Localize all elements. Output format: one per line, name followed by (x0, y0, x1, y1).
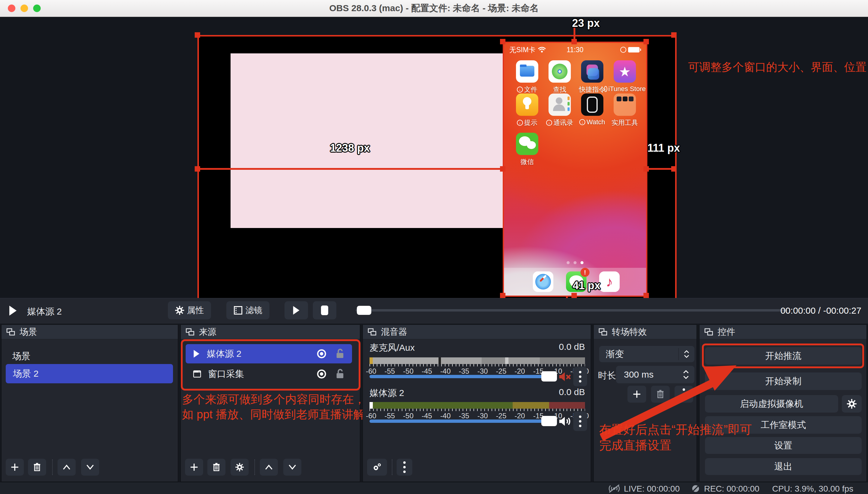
filters-button-label: 滤镜 (245, 305, 262, 316)
db-tick-label: -20 (514, 367, 525, 376)
virtual-camera-settings-button[interactable] (842, 395, 862, 413)
remove-scene-button[interactable] (28, 459, 46, 476)
canvas-handle-top-left[interactable] (195, 32, 200, 38)
app-label: 查找 (541, 85, 578, 94)
mixer-panel: 混音器 麦克风/Aux 0.0 dB -60-55-50-45-40-35-30… (362, 324, 591, 482)
panel-icon (598, 328, 608, 336)
unlock-icon[interactable] (336, 369, 344, 379)
db-tick-label: -60 (366, 367, 376, 376)
duration-spinner[interactable]: 300 ms (616, 366, 694, 383)
vertical-dots-icon (579, 415, 582, 428)
mixer-channel-header: 媒体源 2 0.0 dB (370, 387, 585, 399)
muted-speaker-icon[interactable] (558, 370, 571, 383)
visibility-eye-icon[interactable] (316, 369, 327, 379)
mixer-menu-button[interactable] (397, 459, 412, 476)
vu-meter (370, 357, 585, 364)
source-item[interactable]: x 窗口采集 (186, 365, 352, 383)
vu-meter-ticks (370, 408, 585, 411)
minimize-window-button[interactable] (20, 4, 28, 12)
media-play-button[interactable] (284, 301, 308, 319)
canvas-handle-top-right[interactable] (671, 32, 677, 38)
duration-label: 时长 (598, 369, 616, 382)
add-transition-button[interactable] (628, 386, 646, 403)
source-handle-bottom-mid[interactable] (571, 293, 577, 298)
zoom-window-button[interactable] (33, 4, 41, 12)
music-app-icon[interactable]: ♪ (599, 271, 620, 292)
source-handle-top-right[interactable] (644, 39, 649, 44)
source-handle-top-left[interactable] (500, 39, 506, 44)
properties-button[interactable]: 属性 (168, 301, 211, 319)
toolbar-separator (52, 459, 53, 475)
media-source-2-preview[interactable] (231, 53, 504, 228)
trash-icon (656, 390, 664, 398)
media-seek-track[interactable] (356, 309, 787, 311)
start-virtual-camera-button[interactable]: 启动虚拟摄像机 (705, 395, 838, 413)
contacts-app-icon[interactable] (549, 94, 571, 116)
source-handle-bottom-left[interactable] (500, 293, 506, 298)
mixer-settings-button[interactable] (367, 459, 387, 476)
add-source-button[interactable] (185, 459, 203, 476)
add-scene-button[interactable] (6, 459, 24, 476)
speaker-icon[interactable] (558, 415, 571, 428)
shortcuts-app-icon[interactable] (581, 60, 604, 83)
filters-button[interactable]: 滤镜 (226, 301, 270, 319)
db-tick-label: -40 (440, 412, 451, 420)
wechat-app-icon[interactable] (516, 133, 538, 155)
preview-area: 无SIM卡 11:30 (0, 17, 868, 298)
volume-slider-handle[interactable] (541, 371, 557, 381)
tips-app-icon[interactable] (516, 94, 538, 116)
volume-slider-track[interactable] (370, 419, 554, 423)
trash-icon (213, 463, 220, 471)
window-title: OBS 28.0.3 (mac) - 配置文件: 未命名 - 场景: 未命名 (329, 2, 538, 15)
dimension-label-bottom: 41 px (573, 279, 600, 292)
itunes-store-app-icon[interactable]: ★ (614, 60, 636, 83)
volume-slider-track[interactable] (370, 375, 554, 378)
scene-item[interactable]: 场景 (12, 348, 31, 364)
close-window-button[interactable] (8, 4, 15, 12)
spacing-line-top (574, 28, 575, 42)
gear-icon (847, 399, 856, 408)
mixer-channel-name: 媒体源 2 (370, 387, 404, 399)
utilities-folder-icon[interactable] (614, 94, 636, 116)
media-stop-button[interactable] (313, 301, 336, 319)
scenes-panel-header: 场景 (1, 325, 178, 339)
remove-transition-button[interactable] (651, 386, 670, 403)
move-source-up-button[interactable] (260, 459, 278, 476)
move-source-down-button[interactable] (283, 459, 301, 476)
mixer-channel-menu-button[interactable] (573, 367, 587, 386)
exit-button[interactable]: 退出 (705, 458, 862, 475)
unlock-icon[interactable] (336, 349, 344, 359)
app-label: ↓iTunes Store (607, 85, 643, 93)
app-label: ↓通讯录 (541, 118, 578, 127)
visibility-eye-icon[interactable] (316, 349, 327, 359)
db-tick-label: -60 (366, 412, 376, 420)
files-app-icon[interactable] (516, 60, 538, 83)
media-seek-handle[interactable] (357, 306, 371, 315)
mixer-channel-header: 麦克风/Aux 0.0 dB (370, 342, 585, 354)
controls-panel-title: 控件 (717, 326, 735, 338)
volume-slider-handle[interactable] (541, 416, 557, 426)
remove-source-button[interactable] (208, 459, 225, 476)
battery-tip-icon (640, 49, 641, 51)
panel-icon (6, 328, 15, 336)
transition-selected-value: 渐变 (606, 348, 678, 360)
mixer-channel-menu-button[interactable] (573, 412, 587, 431)
findmy-app-icon[interactable] (549, 60, 571, 83)
cpu-fps-stats: CPU: 3.9%, 30.00 fps (772, 484, 853, 494)
move-scene-down-button[interactable] (81, 459, 99, 476)
app-label: 微信 (509, 157, 545, 167)
phone-status-bar: 无SIM卡 11:30 (504, 45, 646, 55)
watch-app-icon[interactable] (581, 94, 604, 116)
cloud-download-icon: ↓ (517, 87, 523, 93)
source-item-selected[interactable]: 媒体源 2 (186, 344, 352, 363)
source-properties-button[interactable] (231, 459, 249, 476)
cloud-download-icon: ↓ (579, 119, 585, 125)
window-capture-phone-source[interactable]: 无SIM卡 11:30 (503, 42, 647, 297)
move-scene-up-button[interactable] (58, 459, 76, 476)
transition-select[interactable]: 渐变 (599, 346, 694, 362)
source-handle-bottom-right[interactable] (644, 293, 649, 298)
spinner-chevrons[interactable] (677, 370, 694, 379)
scene-item-selected[interactable]: 场景 2 (6, 364, 173, 383)
safari-app-icon[interactable] (533, 271, 553, 292)
db-tick-label: -25 (496, 367, 507, 376)
